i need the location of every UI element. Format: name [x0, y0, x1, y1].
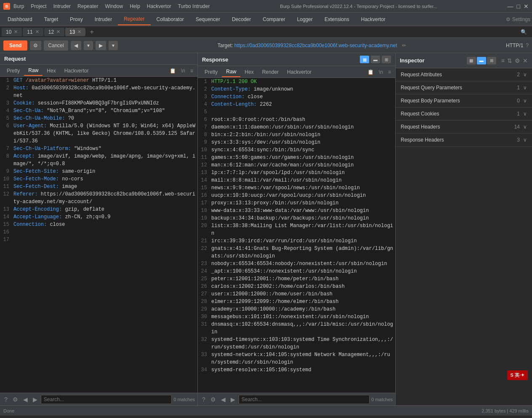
menu-repeater[interactable]: Repeater	[77, 3, 98, 9]
settings-btn[interactable]: ⚙ Settings	[506, 16, 530, 22]
insp-icon-3[interactable]: ⊞	[487, 57, 496, 64]
insp-split-icon[interactable]: ⇅	[507, 57, 512, 64]
response-panel: Response ▦ ▬ ⊞ Pretty Raw Hex Render Hac…	[198, 53, 396, 405]
req-search-prev-btn[interactable]: ◀	[21, 395, 29, 404]
insp-settings-icon[interactable]: ⚙	[515, 57, 520, 64]
title-menu[interactable]: Burp Project Intruder Repeater Window He…	[13, 3, 210, 9]
resp-search-settings-btn[interactable]: ⚙	[209, 395, 218, 404]
next-button[interactable]: ▶	[96, 41, 106, 50]
nav-sequencer[interactable]: Sequencer	[190, 14, 226, 25]
help-icon[interactable]: ?	[526, 43, 529, 48]
response-subtabs[interactable]: Pretty Raw Hex Render Hackvertor 📋 \n ≡	[198, 66, 395, 78]
req-more-icon[interactable]: ≡	[189, 67, 195, 75]
close-btn[interactable]: ✕	[524, 3, 529, 10]
resp-search-next-btn[interactable]: ▶	[229, 395, 237, 404]
nav-repeater[interactable]: Repeater	[118, 13, 150, 25]
resp-search-prev-btn[interactable]: ◀	[219, 395, 227, 404]
inspector-req-headers[interactable]: Request Headers 14 ∨	[396, 121, 532, 134]
status-done: Done	[3, 408, 14, 413]
request-subtabs[interactable]: Pretty Raw Hex Hackvertor 📋 \n ≡	[0, 65, 197, 77]
tab-11-close[interactable]: ✕	[35, 29, 39, 35]
req-line-7: 7 Sec-Ch-Ua-Platform: "Windows"	[0, 145, 197, 153]
insp-close-icon[interactable]: ✕	[523, 57, 528, 64]
tab-13[interactable]: 13 ✕	[65, 28, 85, 36]
insp-icon-2[interactable]: ▬	[477, 57, 486, 64]
prev-dropdown-button[interactable]: ▾	[84, 41, 93, 50]
resp-more-icon[interactable]: ≡	[386, 68, 393, 76]
response-search-input[interactable]	[239, 395, 370, 404]
req-wrap-icon[interactable]: \n	[179, 67, 187, 75]
req-line-6: 6 User-Agent: Mozilla/5.0 (Windows NT 10…	[0, 122, 197, 145]
request-search-input[interactable]	[41, 395, 172, 404]
cancel-button[interactable]: Cancel	[44, 40, 68, 51]
resp-search-help-btn[interactable]: ?	[200, 395, 207, 404]
nav-hackvertor[interactable]: Hackvertor	[355, 14, 391, 25]
edit-target-icon[interactable]: ✏	[402, 43, 406, 48]
req-search-help-btn[interactable]: ?	[3, 395, 9, 404]
nav-proxy[interactable]: Proxy	[64, 14, 89, 25]
inspector-resp-headers[interactable]: Response Headers 3 ∨	[396, 134, 532, 147]
tab-10[interactable]: 10 ✕	[2, 28, 22, 36]
nav-tabs[interactable]: Dashboard Target Proxy Intruder Repeater…	[0, 13, 532, 26]
resp-copy-icon[interactable]: 📋	[366, 68, 375, 76]
resp-tab-raw[interactable]: Raw	[222, 67, 240, 77]
response-code-area[interactable]: 1 HTTP/1.1 200 OK 2 Content-Type: image/…	[198, 78, 395, 393]
insp-align-icon[interactable]: ≡	[501, 57, 505, 64]
req-tab-hackvertor[interactable]: Hackvertor	[60, 66, 93, 75]
next-dropdown-button[interactable]: ▾	[109, 41, 118, 50]
menu-window[interactable]: Window	[105, 3, 123, 9]
inspector-cookies[interactable]: Request Cookies 1 ∨	[396, 107, 532, 121]
menu-intruder[interactable]: Intruder	[53, 3, 71, 9]
window-controls[interactable]: — □ ✕	[508, 3, 529, 10]
inspector-body-params[interactable]: Request Body Parameters 0 ∨	[396, 94, 532, 107]
http-version[interactable]: HTTP/1	[506, 43, 523, 48]
resp-view-split-icon[interactable]: ▦	[360, 56, 369, 63]
tab-12[interactable]: 12 ✕	[44, 28, 64, 36]
tab-12-close[interactable]: ✕	[56, 29, 60, 35]
minimize-btn[interactable]: —	[508, 3, 513, 10]
tab-search-icon[interactable]: 🔍	[521, 29, 530, 35]
resp-tab-pretty[interactable]: Pretty	[200, 67, 222, 77]
tab-11[interactable]: 11 ✕	[23, 28, 43, 36]
req-search-settings-btn[interactable]: ⚙	[11, 395, 20, 404]
nav-decoder[interactable]: Decoder	[226, 14, 257, 25]
req-search-next-btn[interactable]: ▶	[31, 395, 39, 404]
nav-logger[interactable]: Logger	[291, 14, 319, 25]
req-tab-pretty[interactable]: Pretty	[3, 66, 24, 75]
menu-project[interactable]: Project	[31, 3, 46, 9]
insp-icon-1[interactable]: ▦	[467, 57, 476, 64]
settings-gear-button[interactable]: ⚙	[30, 41, 41, 50]
nav-comparer[interactable]: Comparer	[257, 14, 291, 25]
maximize-btn[interactable]: □	[517, 3, 520, 10]
resp-tab-hex[interactable]: Hex	[240, 67, 258, 77]
resp-view-grid-icon[interactable]: ⊞	[382, 56, 391, 63]
menu-burp[interactable]: Burp	[13, 3, 24, 9]
resp-wrap-icon[interactable]: \n	[377, 68, 385, 76]
menu-turbo-intruder[interactable]: Turbo Intruder	[178, 3, 210, 9]
menu-hackvertor[interactable]: Hackvertor	[147, 3, 171, 9]
resp-view-single-icon[interactable]: ▬	[371, 56, 380, 63]
req-tab-hex[interactable]: Hex	[43, 66, 60, 75]
nav-intruder[interactable]: Intruder	[89, 14, 118, 25]
tab-10-close[interactable]: ✕	[14, 29, 18, 35]
tab-13-close[interactable]: ✕	[77, 29, 81, 35]
insp-cookies-label: Request Cookies	[401, 111, 517, 117]
inspector-query-params[interactable]: Request Query Parameters 1 ∨	[396, 81, 532, 94]
nav-collaborator[interactable]: Collaborator	[151, 14, 190, 25]
nav-target[interactable]: Target	[38, 14, 64, 25]
prev-button[interactable]: ◀	[71, 41, 81, 50]
tab-row[interactable]: 10 ✕ 11 ✕ 12 ✕ 13 ✕ + 🔍	[0, 26, 532, 38]
nav-dashboard[interactable]: Dashboard	[2, 14, 38, 25]
send-button[interactable]: Send	[3, 40, 27, 51]
insp-attr-label: Request Attributes	[401, 72, 517, 78]
resp-tab-render[interactable]: Render	[258, 67, 283, 77]
inspector-request-attributes[interactable]: Request Attributes 2 ∨	[396, 68, 532, 81]
target-url[interactable]: https://0ad300650399328cc82bca9b00e1006f…	[234, 43, 397, 48]
tab-add-btn[interactable]: +	[86, 27, 97, 37]
req-tab-raw[interactable]: Raw	[24, 66, 43, 76]
req-copy-icon[interactable]: 📋	[168, 67, 178, 75]
request-code-area[interactable]: 1 GET /avatar?avatar=wiener HTTP/1.1 2 H…	[0, 77, 197, 393]
menu-help[interactable]: Help	[130, 3, 140, 9]
nav-extensions[interactable]: Extensions	[319, 14, 355, 25]
resp-tab-hackvertor[interactable]: Hackvertor	[283, 67, 316, 77]
